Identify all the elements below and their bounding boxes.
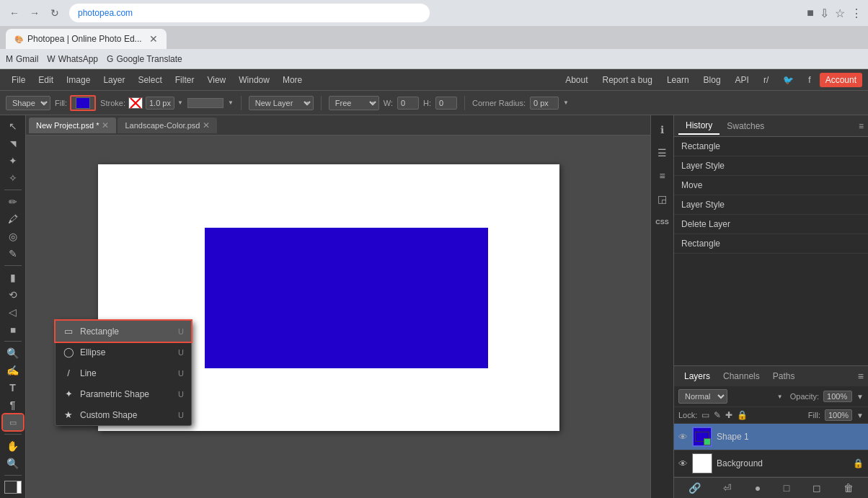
shape-menu-ellipse[interactable]: ◯ Ellipse U xyxy=(56,342,191,363)
tool-eyedropper[interactable]: 🖍 xyxy=(3,211,23,227)
lock-pixels-icon[interactable]: ▭ xyxy=(701,410,709,420)
tool-pen[interactable]: ✍ xyxy=(3,363,23,378)
w-input[interactable] xyxy=(397,97,419,110)
history-item-delete-layer[interactable]: Delete Layer xyxy=(674,215,868,234)
download-icon[interactable]: ⇩ xyxy=(820,6,829,20)
back-button[interactable]: ← xyxy=(6,4,23,22)
shape-menu-rectangle[interactable]: ▭ Rectangle U xyxy=(56,321,191,342)
side-adjustments-icon[interactable]: ≡ xyxy=(654,167,671,184)
address-bar[interactable]: photopea.com xyxy=(69,4,430,22)
tool-paragraph[interactable]: ¶ xyxy=(3,397,23,413)
more-options-icon[interactable]: ⋮ xyxy=(851,6,862,20)
side-info-icon[interactable]: ℹ xyxy=(654,121,671,138)
canvas-area[interactable]: ▭ Rectangle U ◯ Ellipse U / Line U xyxy=(26,135,650,498)
menu-blog[interactable]: Blog xyxy=(698,73,727,87)
shape-type-select[interactable]: Shape Path Pixels xyxy=(6,96,50,110)
tab-history[interactable]: History xyxy=(678,117,719,135)
shape-menu-custom[interactable]: ★ Custom Shape U xyxy=(56,404,191,425)
fill-value[interactable]: 100% xyxy=(825,409,852,421)
h-input[interactable] xyxy=(435,97,457,110)
menu-learn[interactable]: Learn xyxy=(661,73,695,87)
tool-heal[interactable]: ◎ xyxy=(3,228,23,244)
menu-view[interactable]: View xyxy=(201,73,231,87)
menu-filter[interactable]: Filter xyxy=(169,73,200,87)
stroke-size-input[interactable] xyxy=(146,97,174,110)
tool-history-brush[interactable]: ⟲ xyxy=(3,287,23,303)
layer-item-shape1[interactable]: 👁 Shape 1 xyxy=(674,424,868,450)
tool-gradient[interactable]: ◼ xyxy=(3,321,23,337)
menu-facebook-icon[interactable]: f xyxy=(802,73,816,87)
stroke-color-button[interactable] xyxy=(128,97,143,109)
tool-stamp[interactable]: ▮ xyxy=(3,270,23,285)
blend-mode-select[interactable]: Normal Multiply Screen xyxy=(678,389,727,404)
tool-select[interactable]: ◥ xyxy=(3,135,23,151)
menu-report-bug[interactable]: Report a bug xyxy=(596,73,657,87)
menu-more[interactable]: More xyxy=(277,73,308,87)
side-layers-icon[interactable]: ☰ xyxy=(654,144,671,161)
menu-image[interactable]: Image xyxy=(61,73,96,87)
tool-move[interactable]: ↖ xyxy=(3,118,23,134)
bookmark-whatsapp[interactable]: W WhatsApp xyxy=(47,54,98,64)
side-css-icon[interactable]: CSS xyxy=(654,213,671,231)
shape-menu-line[interactable]: / Line U xyxy=(56,363,191,383)
tool-zoom[interactable]: 🔍 xyxy=(3,455,23,471)
photopea-tab[interactable]: 🎨 Photopea | Online Photo Ed... ✕ xyxy=(6,29,167,49)
bookmark-translate[interactable]: G Google Translate xyxy=(107,54,182,64)
tool-hand[interactable]: ✋ xyxy=(3,438,23,454)
tab-channels[interactable]: Channels xyxy=(717,369,766,383)
menu-window[interactable]: Window xyxy=(233,73,275,87)
tab-layers[interactable]: Layers xyxy=(678,369,716,383)
history-item-layer-style-2[interactable]: Layer Style xyxy=(674,195,868,215)
delete-layer-button[interactable]: 🗑 xyxy=(841,481,856,495)
tool-lasso[interactable]: ✦ xyxy=(3,153,23,169)
file-tab-landscape[interactable]: Landscape-Color.psd ✕ xyxy=(118,117,217,133)
layer-visibility-shape1[interactable]: 👁 xyxy=(678,432,688,443)
tab-swatches[interactable]: Swatches xyxy=(719,118,771,134)
reload-button[interactable]: ↻ xyxy=(46,4,63,22)
close-file-tab-1[interactable]: ✕ xyxy=(102,120,109,130)
menu-edit[interactable]: Edit xyxy=(32,73,59,87)
tool-crop[interactable]: ✏ xyxy=(3,194,23,210)
menu-file[interactable]: File xyxy=(6,73,31,87)
tool-wand[interactable]: ✧ xyxy=(3,170,23,186)
history-item-layer-style-1[interactable]: Layer Style xyxy=(674,156,868,176)
tool-brush[interactable]: ✎ xyxy=(3,246,23,262)
extensions-icon[interactable]: ■ xyxy=(807,6,814,19)
history-item-rectangle-2[interactable]: Rectangle xyxy=(674,234,868,254)
corner-radius-input[interactable] xyxy=(530,97,559,110)
menu-layer[interactable]: Layer xyxy=(97,73,130,87)
new-layer-button[interactable]: ◻ xyxy=(810,481,824,495)
proportions-select[interactable]: Free xyxy=(329,96,379,110)
new-layer-select[interactable]: New Layer xyxy=(249,96,314,110)
opacity-arrow-icon[interactable]: ▼ xyxy=(856,393,864,401)
history-item-rectangle-1[interactable]: Rectangle xyxy=(674,137,868,156)
close-file-tab-2[interactable]: ✕ xyxy=(203,120,210,130)
layer-group-button[interactable]: □ xyxy=(781,481,792,495)
close-tab-button[interactable]: ✕ xyxy=(149,33,158,45)
history-item-move[interactable]: Move xyxy=(674,176,868,195)
menu-account[interactable]: Account xyxy=(820,73,862,87)
opacity-value[interactable]: 100% xyxy=(823,391,852,402)
menu-reddit-icon[interactable]: r/ xyxy=(758,73,774,87)
shape-menu-parametric[interactable]: ✦ Parametric Shape U xyxy=(56,383,191,404)
tool-text[interactable]: T xyxy=(3,380,23,396)
tool-dodge[interactable]: 🔍 xyxy=(3,345,23,361)
panel-menu-icon[interactable]: ≡ xyxy=(859,121,864,131)
menu-about[interactable]: About xyxy=(559,73,593,87)
layers-menu-button[interactable]: ≡ xyxy=(858,370,864,382)
layer-visibility-bg[interactable]: 👁 xyxy=(678,458,688,469)
menu-twitter-icon[interactable]: 🐦 xyxy=(777,73,800,87)
tool-eraser[interactable]: ◁ xyxy=(3,304,23,320)
menu-api[interactable]: API xyxy=(730,73,755,87)
tab-paths[interactable]: Paths xyxy=(767,369,801,383)
lock-position-icon[interactable]: ✎ xyxy=(714,410,721,420)
layer-effects-button[interactable]: ⏎ xyxy=(720,481,735,495)
tool-shape[interactable]: ▭ xyxy=(3,414,23,430)
lock-all-icon[interactable]: 🔒 xyxy=(737,410,748,420)
link-layers-button[interactable]: 🔗 xyxy=(686,481,704,495)
menu-select[interactable]: Select xyxy=(132,73,167,87)
file-tab-new-project[interactable]: New Project.psd * ✕ xyxy=(29,117,116,133)
layer-item-background[interactable]: 👁 Background 🔒 xyxy=(674,450,868,477)
side-image-icon[interactable]: ◲ xyxy=(654,190,671,208)
forward-button[interactable]: → xyxy=(26,4,43,22)
